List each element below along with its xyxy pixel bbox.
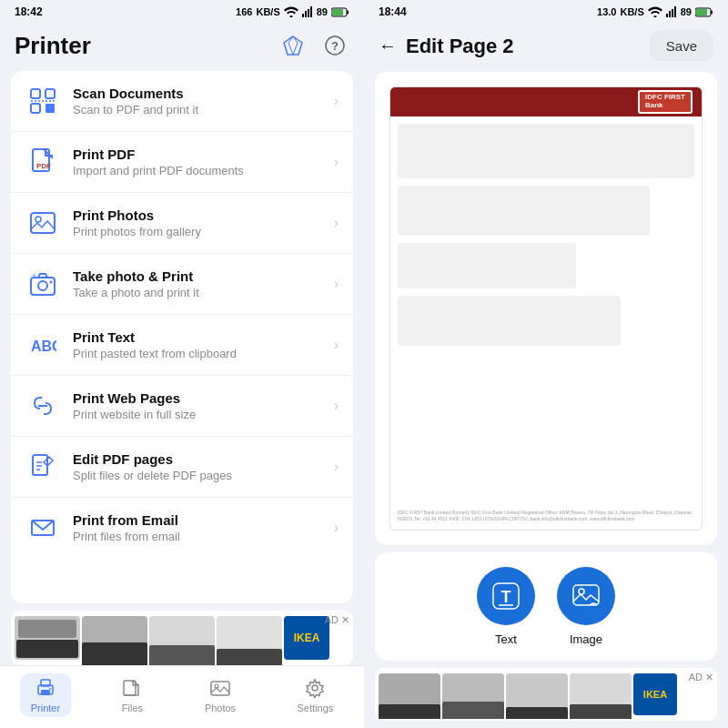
back-button[interactable]: ← [379, 35, 397, 56]
image-tool-icon-circle [557, 567, 615, 625]
ad-images-right: IKEA [375, 670, 717, 719]
status-icons-right: 13.0 KB/S 89 [597, 6, 713, 17]
document-preview: IDFC FIRSTBank IDFC FIRST Bank Limited (… [375, 72, 717, 545]
nav-files-label: Files [122, 703, 143, 713]
svg-rect-0 [302, 14, 304, 17]
header-right-left-group: ← Edit Page 2 [379, 35, 514, 58]
bank-logo-text: IDFC FIRSTBank [645, 94, 685, 110]
email-subtitle: Print files from email [73, 530, 334, 543]
svg-point-38 [312, 685, 318, 691]
bottom-nav: Printer Files Photos [0, 665, 364, 728]
diamond-icon [283, 35, 303, 56]
doc-body: IDFC FIRST Bank Limited (formerly IDFC F… [390, 116, 702, 530]
svg-point-21 [38, 281, 47, 290]
page-title: Edit Page 2 [406, 35, 514, 58]
svg-rect-45 [696, 9, 707, 15]
editpdf-text: Edit PDF pages Split files or delete PDF… [73, 451, 334, 482]
ad-banner-left[interactable]: IKEA AD ✕ [11, 611, 353, 665]
camera-icon: + [25, 267, 60, 301]
help-icon-btn[interactable]: ? [320, 31, 349, 60]
menu-list: Scan Documents Scan to PDF and print it … [11, 71, 353, 603]
pdf-chevron: › [334, 154, 339, 170]
ad-ikea-right: IKEA [633, 673, 677, 715]
signal-icon-right [666, 6, 677, 17]
svg-text:PDF: PDF [36, 162, 51, 170]
ad-banner-right[interactable]: IKEA AD ✕ [375, 668, 717, 721]
time-right: 18:44 [379, 5, 407, 18]
editpdf-title: Edit PDF pages [73, 451, 334, 467]
menu-item-pdf[interactable]: PDF Print PDF Import and print PDF docum… [11, 132, 353, 193]
svg-rect-39 [666, 14, 668, 17]
text-title: Print Text [73, 329, 334, 345]
nav-photos-label: Photos [205, 703, 236, 713]
status-bar-left: 18:42 166 KB/S 89 [0, 0, 364, 24]
svg-rect-12 [46, 89, 55, 98]
menu-item-email[interactable]: Print from Email Print files from email … [11, 498, 353, 558]
nav-settings[interactable]: Settings [287, 673, 345, 717]
scan-text: Scan Documents Scan to PDF and print it [73, 86, 334, 116]
header-right: ← Edit Page 2 Save [364, 24, 728, 72]
ad-img-r4 [570, 673, 632, 715]
svg-point-34 [49, 688, 51, 690]
email-text: Print from Email Print files from email [73, 512, 334, 543]
nav-files[interactable]: Files [110, 673, 154, 717]
ad-img-r2 [442, 673, 504, 715]
menu-item-editpdf[interactable]: Edit PDF pages Split files or delete PDF… [11, 437, 353, 498]
ad-close-left[interactable]: AD ✕ [325, 614, 349, 626]
svg-rect-42 [674, 6, 676, 17]
email-icon [25, 511, 60, 545]
web-subtitle: Print website in full size [73, 408, 334, 421]
editpdf-chevron: › [334, 459, 339, 475]
menu-item-text[interactable]: ABC Print Text Print pasted text from cl… [11, 315, 353, 376]
ad-img-4 [217, 616, 282, 660]
ad-images-left: IKEA [11, 612, 353, 663]
svg-rect-20 [31, 278, 55, 295]
nav-printer[interactable]: Printer [20, 673, 71, 717]
header-icons: ? [278, 31, 349, 60]
ad-img-r3 [506, 673, 568, 715]
photos-text: Print Photos Print photos from gallery [73, 207, 334, 238]
nav-photos[interactable]: Photos [194, 673, 247, 717]
menu-item-takephoto[interactable]: + Take photo & Print Take a photo and pr… [11, 254, 353, 315]
text-subtitle: Print pasted text from clipboard [73, 347, 334, 360]
text-tool-label: Text [495, 632, 517, 646]
svg-rect-13 [31, 104, 40, 113]
pdf-subtitle: Import and print PDF documents [73, 164, 334, 177]
printer-nav-icon [35, 677, 56, 699]
wifi-icon-right [648, 6, 662, 17]
app-title: Printer [15, 32, 91, 60]
svg-text:+: + [32, 271, 36, 279]
scan-subtitle: Scan to PDF and print it [73, 103, 334, 116]
photos-chevron: › [334, 215, 339, 231]
tool-text[interactable]: T Text [477, 567, 535, 646]
photos-icon [25, 206, 60, 240]
save-button[interactable]: Save [650, 31, 713, 61]
ad-img-2 [82, 616, 147, 660]
header-left: Printer ? [0, 24, 364, 71]
svg-point-19 [35, 217, 41, 222]
svg-rect-11 [31, 89, 40, 98]
svg-rect-2 [308, 9, 309, 17]
diamond-icon-btn[interactable] [278, 31, 308, 60]
svg-rect-6 [332, 9, 343, 15]
svg-rect-40 [669, 11, 671, 17]
menu-item-web[interactable]: Print Web Pages Print website in full si… [11, 376, 353, 437]
tool-image[interactable]: Image [557, 567, 615, 646]
menu-item-scan[interactable]: Scan Documents Scan to PDF and print it … [11, 71, 353, 132]
doc-placeholder-1 [398, 124, 694, 178]
svg-rect-1 [305, 11, 307, 17]
link-icon [25, 389, 60, 423]
image-tool-label: Image [570, 632, 602, 646]
scan-title: Scan Documents [73, 86, 334, 101]
ad-close-right[interactable]: AD ✕ [689, 672, 713, 683]
signal-icon [302, 6, 313, 17]
menu-item-photos[interactable]: Print Photos Print photos from gallery › [11, 193, 353, 254]
svg-rect-3 [310, 6, 312, 17]
time-left: 18:42 [15, 5, 43, 18]
svg-text:ABC: ABC [31, 339, 56, 354]
pdf-icon: PDF [25, 145, 60, 179]
scan-icon [25, 84, 60, 118]
pdf-text: Print PDF Import and print PDF documents [73, 147, 334, 177]
status-bar-right: 18:44 13.0 KB/S 89 [364, 0, 728, 24]
bank-logo: IDFC FIRSTBank [638, 90, 693, 114]
